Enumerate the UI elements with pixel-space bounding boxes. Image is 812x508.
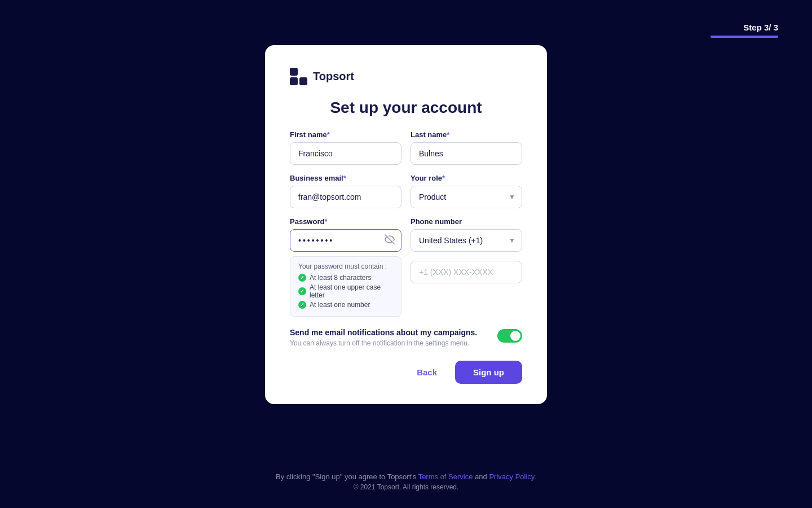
step-indicator: Step 3/ 3: [710, 23, 778, 38]
password-phone-area: Password* Your password must contain :: [290, 217, 522, 317]
eye-icon[interactable]: [385, 234, 395, 247]
last-name-group: Last name*: [411, 130, 522, 165]
last-name-input[interactable]: [411, 142, 522, 165]
logo-sq-1: [290, 68, 298, 76]
phone-number-group: [411, 261, 522, 283]
back-button[interactable]: Back: [408, 362, 446, 383]
phone-country-select[interactable]: United States (+1) Canada (+1) United Ki…: [411, 229, 522, 252]
notification-toggle[interactable]: [497, 329, 522, 343]
signup-button[interactable]: Sign up: [455, 361, 522, 384]
logo-sq-3: [290, 77, 298, 85]
hint-check-1: [298, 274, 306, 282]
privacy-link[interactable]: Privacy Policy.: [489, 472, 536, 481]
action-row: Back Sign up: [290, 361, 522, 384]
logo-sq-2: [299, 68, 307, 76]
password-input-wrapper: [290, 229, 401, 252]
step-progress-bar: [710, 36, 778, 38]
logo-squares: [290, 68, 307, 85]
logo-text: Topsort: [313, 70, 354, 83]
password-label: Password*: [290, 217, 401, 226]
email-label: Business email*: [290, 174, 401, 182]
hint-check-3: [298, 301, 306, 309]
phone-col: Phone number United States (+1) Canada (…: [411, 217, 522, 317]
footer-copyright: © 2021 Topsort. All rights reserved.: [276, 483, 536, 491]
footer-terms-row: By clicking "Sign up" you agree to Topso…: [276, 472, 536, 481]
email-role-row: Business email* Your role* Product Engin…: [290, 174, 522, 208]
logo-row: Topsort: [290, 68, 522, 85]
hint-item-3: At least one number: [298, 301, 393, 309]
email-group: Business email*: [290, 174, 401, 208]
phone-number-input[interactable]: [411, 261, 522, 283]
phone-country-wrapper: United States (+1) Canada (+1) United Ki…: [411, 229, 522, 252]
toggle-slider: [497, 329, 522, 343]
step-bar-fill: [710, 36, 778, 38]
first-name-group: First name*: [290, 130, 401, 165]
name-row: First name* Last name*: [290, 130, 522, 165]
first-name-input[interactable]: [290, 142, 401, 165]
role-group: Your role* Product Engineering Marketing…: [411, 174, 522, 208]
notification-title: Send me email notifications about my cam…: [290, 328, 477, 337]
hint-item-1: At least 8 characters: [298, 274, 393, 282]
notification-subtitle: You can always turn off the notification…: [290, 339, 477, 347]
password-hint-box: Your password must contain : At least 8 …: [290, 256, 401, 317]
logo-icon: [290, 68, 307, 85]
first-name-label: First name*: [290, 130, 401, 139]
notification-row: Send me email notifications about my cam…: [290, 328, 522, 347]
hint-check-2: [298, 287, 306, 295]
signup-card: Topsort Set up your account First name* …: [265, 45, 547, 404]
role-select[interactable]: Product Engineering Marketing Sales Othe…: [411, 186, 522, 208]
phone-label: Phone number: [411, 217, 522, 226]
phone-label-group: Phone number United States (+1) Canada (…: [411, 217, 522, 252]
form-title: Set up your account: [290, 99, 522, 117]
password-col: Password* Your password must contain :: [290, 217, 401, 317]
role-label: Your role*: [411, 174, 522, 182]
hint-title: Your password must contain :: [298, 262, 393, 270]
last-name-label: Last name*: [411, 130, 522, 139]
hint-item-2: At least one upper case letter: [298, 283, 393, 299]
logo-sq-4: [299, 77, 307, 85]
notification-text: Send me email notifications about my cam…: [290, 328, 477, 347]
password-group: Password*: [290, 217, 401, 252]
role-select-wrapper: Product Engineering Marketing Sales Othe…: [411, 186, 522, 208]
footer: By clicking "Sign up" you agree to Topso…: [276, 472, 536, 491]
email-input[interactable]: [290, 186, 401, 208]
step-text: Step 3/ 3: [743, 23, 778, 32]
terms-link[interactable]: Terms of Service: [418, 472, 473, 481]
